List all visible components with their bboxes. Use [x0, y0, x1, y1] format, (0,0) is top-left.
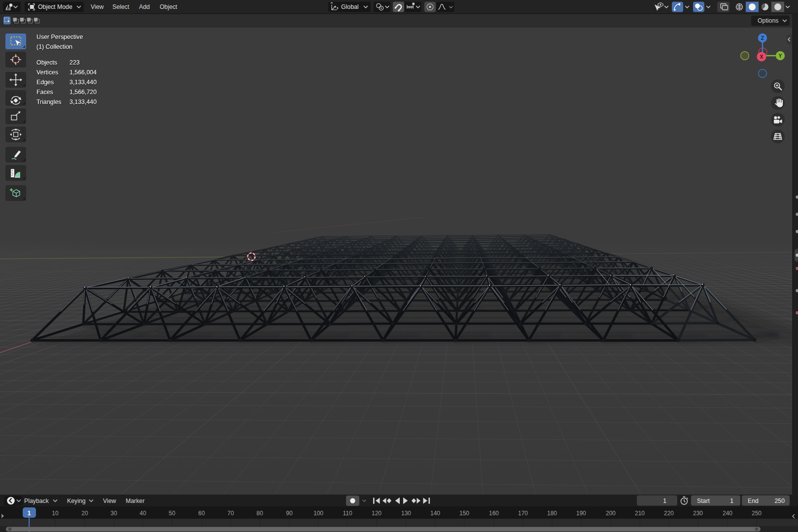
svg-text:X: X: [760, 54, 763, 60]
svg-text:180: 180: [547, 510, 557, 517]
svg-text:Object Mode: Object Mode: [38, 3, 72, 10]
svg-text:110: 110: [343, 510, 352, 517]
svg-text:70: 70: [227, 510, 234, 517]
svg-text:120: 120: [372, 510, 382, 517]
svg-text:90: 90: [286, 510, 293, 517]
svg-text:1,566,720: 1,566,720: [69, 89, 97, 96]
svg-text:Marker: Marker: [126, 498, 144, 504]
svg-text:150: 150: [459, 510, 469, 517]
svg-text:Y: Y: [778, 53, 782, 59]
svg-text:160: 160: [489, 510, 499, 517]
svg-text:Object: Object: [160, 3, 177, 10]
svg-text:80: 80: [256, 510, 263, 517]
svg-text:View: View: [91, 3, 104, 10]
svg-text:1: 1: [663, 498, 666, 504]
svg-text:50: 50: [169, 510, 175, 517]
svg-text:Triangles: Triangles: [36, 99, 62, 105]
svg-text:220: 220: [664, 510, 674, 517]
svg-text:Add: Add: [139, 3, 150, 10]
svg-text:1,566,004: 1,566,004: [69, 69, 97, 76]
svg-text:3,133,440: 3,133,440: [69, 99, 97, 105]
svg-text:200: 200: [606, 510, 616, 517]
svg-text:1: 1: [730, 498, 733, 504]
svg-text:250: 250: [752, 510, 762, 517]
svg-text:Select: Select: [112, 3, 130, 10]
svg-text:10: 10: [52, 510, 59, 517]
svg-text:250: 250: [774, 498, 785, 504]
svg-text:Options: Options: [758, 17, 778, 24]
svg-text:Objects: Objects: [36, 59, 57, 66]
svg-text:190: 190: [576, 510, 586, 517]
svg-text:Playback: Playback: [24, 498, 49, 504]
svg-text:3,133,440: 3,133,440: [69, 79, 97, 86]
svg-text:Edges: Edges: [36, 79, 54, 86]
svg-text:223: 223: [69, 59, 80, 66]
svg-text:Faces: Faces: [36, 89, 53, 96]
svg-text:End: End: [748, 498, 759, 504]
svg-text:30: 30: [110, 510, 117, 517]
svg-text:20: 20: [81, 510, 88, 517]
svg-text:Vertices: Vertices: [36, 69, 58, 76]
svg-text:60: 60: [198, 510, 205, 517]
svg-text:40: 40: [139, 510, 146, 517]
svg-text:Keying: Keying: [67, 498, 86, 504]
svg-text:140: 140: [430, 510, 440, 517]
svg-text:Z: Z: [761, 35, 764, 41]
svg-text:130: 130: [401, 510, 411, 517]
svg-text:170: 170: [518, 510, 528, 517]
svg-text:210: 210: [635, 510, 645, 517]
svg-text:Global: Global: [341, 3, 359, 10]
svg-text:(1) Collection: (1) Collection: [36, 43, 72, 50]
svg-text:1: 1: [28, 510, 31, 517]
svg-text:230: 230: [693, 510, 703, 517]
svg-text:100: 100: [313, 510, 323, 517]
svg-text:View: View: [103, 498, 116, 504]
svg-text:User Perspective: User Perspective: [36, 33, 83, 40]
svg-text:240: 240: [723, 510, 732, 517]
svg-text:Start: Start: [697, 498, 710, 504]
